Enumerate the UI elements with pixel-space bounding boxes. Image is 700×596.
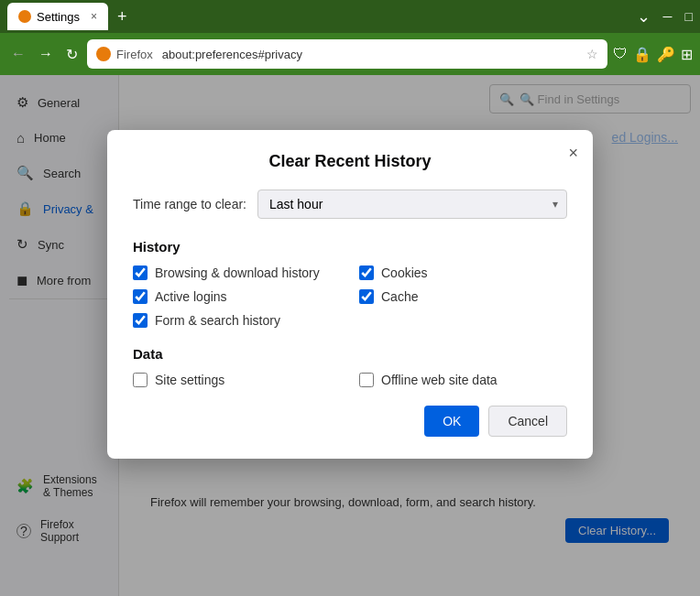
checkbox-site-input[interactable] — [133, 373, 148, 387]
checkbox-cache-input[interactable] — [359, 289, 374, 304]
address-input[interactable]: Firefox about:preferences#privacy ☆ — [87, 39, 607, 69]
shield-icon[interactable]: 🛡 — [613, 46, 628, 62]
checkbox-logins-input[interactable] — [133, 289, 148, 304]
bookmark-icon[interactable]: ☆ — [586, 47, 598, 61]
tab-close-button[interactable]: × — [91, 10, 97, 23]
cancel-button[interactable]: Cancel — [488, 406, 567, 437]
checkbox-offline[interactable]: Offline web site data — [359, 373, 567, 387]
data-checkboxes: Site settings Offline web site data — [133, 373, 567, 387]
title-bar: Settings × + ⌄ ─ □ — [0, 0, 700, 33]
checkbox-cache-label: Cache — [381, 289, 418, 304]
extensions-icon[interactable]: ⊞ — [681, 46, 693, 63]
dialog-title: Clear Recent History — [133, 152, 567, 171]
time-range-select[interactable]: Last hour Last two hours Last four hours… — [257, 190, 567, 219]
checkbox-browsing[interactable]: Browsing & download history — [133, 265, 341, 280]
checkbox-browsing-input[interactable] — [133, 265, 148, 280]
dialog-overlay: Clear Recent History × Time range to cle… — [0, 75, 700, 596]
history-checkboxes: Browsing & download history Cookies Acti… — [133, 265, 567, 328]
time-range-select-wrap[interactable]: Last hour Last two hours Last four hours… — [257, 190, 567, 219]
main-area: ⚙ General ⌂ Home 🔍 Search 🔒 Privacy & ↻ … — [0, 75, 700, 596]
checkbox-site[interactable]: Site settings — [133, 373, 341, 387]
firefox-icon — [96, 47, 111, 61]
checkbox-cookies-input[interactable] — [359, 265, 374, 280]
checkbox-logins-label: Active logins — [155, 289, 227, 304]
checkbox-cache[interactable]: Cache — [359, 289, 567, 304]
clear-history-dialog: Clear Recent History × Time range to cle… — [107, 130, 593, 459]
checkbox-logins[interactable]: Active logins — [133, 289, 341, 304]
key-icon[interactable]: 🔑 — [657, 46, 675, 63]
dialog-close-button[interactable]: × — [568, 145, 578, 161]
forward-button[interactable]: → — [35, 42, 57, 66]
data-section-title: Data — [133, 346, 567, 362]
reload-button[interactable]: ↻ — [62, 42, 82, 67]
dialog-footer: OK Cancel — [133, 406, 567, 437]
time-range-row: Time range to clear: Last hour Last two … — [133, 190, 567, 219]
checkbox-browsing-label: Browsing & download history — [155, 265, 320, 280]
checkbox-offline-input[interactable] — [359, 373, 374, 387]
url-text[interactable]: about:preferences#privacy — [162, 48, 581, 61]
new-tab-button[interactable]: + — [117, 7, 127, 27]
checkbox-site-label: Site settings — [155, 373, 224, 387]
checkbox-cookies[interactable]: Cookies — [359, 265, 567, 280]
time-range-label: Time range to clear: — [133, 197, 246, 211]
address-bar: ← → ↻ Firefox about:preferences#privacy … — [0, 33, 700, 75]
back-button[interactable]: ← — [7, 42, 29, 66]
checkbox-form-label: Form & search history — [155, 313, 280, 328]
tab-overflow-button[interactable]: ⌄ — [637, 6, 651, 27]
vpn-icon[interactable]: 🔒 — [633, 46, 651, 63]
tab-favicon — [18, 10, 31, 23]
checkbox-form[interactable]: Form & search history — [133, 313, 341, 328]
history-section-title: History — [133, 239, 567, 255]
checkbox-cookies-label: Cookies — [381, 265, 428, 280]
maximize-button[interactable]: □ — [685, 9, 693, 24]
settings-tab[interactable]: Settings × — [7, 3, 108, 30]
checkbox-offline-label: Offline web site data — [381, 373, 498, 387]
minimize-button[interactable]: ─ — [663, 9, 673, 24]
browser-label: Firefox — [116, 48, 153, 61]
tab-label: Settings — [37, 10, 80, 24]
ok-button[interactable]: OK — [424, 406, 479, 437]
checkbox-form-input[interactable] — [133, 313, 148, 328]
